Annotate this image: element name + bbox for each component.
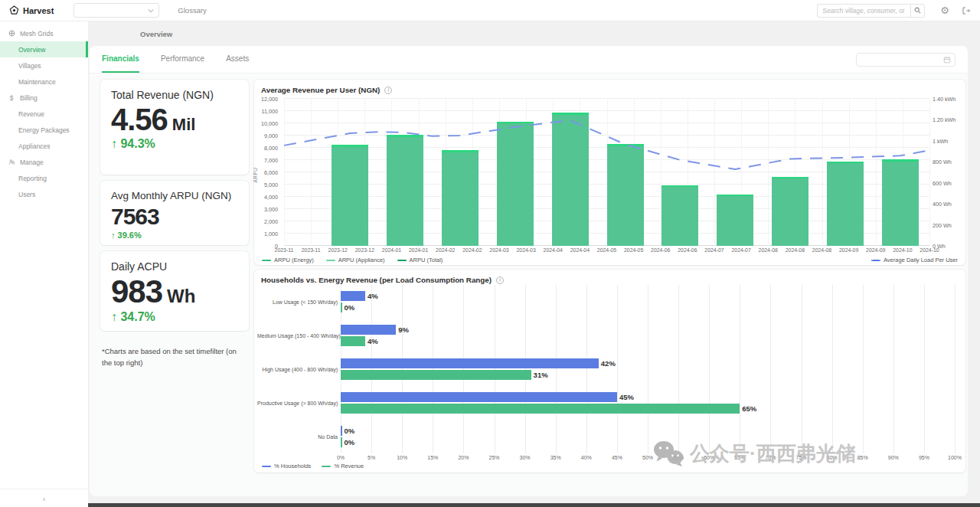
line-series-legend: Average Daily Load Per User — [871, 257, 958, 263]
kpi-value-row: 7563 — [111, 205, 238, 228]
legend-item--revenue[interactable]: % Revenue — [322, 463, 364, 469]
sidebar-item-revenue[interactable]: Revenue — [0, 106, 88, 122]
bar-line: 42% — [341, 358, 955, 368]
kpi-value: 4.56 — [111, 104, 168, 135]
x-axis-labels: 2023-112023-112023-122023-122024-012024-… — [284, 247, 929, 257]
x-tick-label: 2023-11 — [275, 247, 294, 253]
tab-financials[interactable]: Financials — [102, 46, 139, 73]
households-bar — [341, 291, 365, 301]
bar-value-label: 0% — [345, 303, 355, 312]
category-row-3: 42%31% — [341, 352, 955, 386]
grid-select-dropdown[interactable] — [74, 3, 159, 18]
y-right-tick-label: 200 Wh — [933, 221, 952, 228]
y-right-tick-label: 1 kWh — [933, 137, 948, 144]
y-left-tick-label: 5,000 — [264, 182, 278, 188]
gear-icon[interactable]: ⚙ — [940, 5, 949, 15]
x-tick-label: 85% — [858, 455, 868, 460]
x-tick-label: 2024-06 — [678, 247, 697, 253]
legend-item-arpu-total-[interactable]: ARPU (Total) — [397, 257, 443, 263]
category-label: Medium Usage (150 - 400 Wh/day) — [257, 333, 338, 339]
chevron-down-icon — [148, 8, 154, 13]
sidebar-item-users[interactable]: Users — [0, 186, 88, 202]
y-left-tick-label: 7,000 — [264, 157, 278, 164]
sidebar-item-reporting[interactable]: Reporting — [0, 170, 88, 186]
households-bar — [341, 325, 396, 335]
legend-marker — [322, 466, 331, 467]
category-label: No Data — [257, 434, 338, 440]
sidebar-section-label: Manage — [20, 159, 44, 166]
bar-value-label: 4% — [368, 337, 378, 345]
x-tick-label: 2024-07 — [731, 247, 750, 253]
info-icon[interactable]: i — [496, 276, 504, 284]
logout-icon[interactable] — [962, 6, 971, 15]
revenue-bar — [341, 404, 740, 414]
info-icon[interactable]: i — [384, 87, 392, 94]
sidebar-item-villages[interactable]: Villages — [0, 57, 88, 74]
category-label: Productive Usage (> 800 Wh/day) — [257, 401, 338, 406]
sidebar-section-billing[interactable]: $Billing — [0, 90, 88, 106]
category-label: Low Usage (< 150 Wh/day) — [257, 299, 338, 305]
tab-performance[interactable]: Performance — [161, 46, 204, 73]
sidebar-collapse-button[interactable]: ‹ — [0, 489, 88, 507]
y-left-tick-label: 2,000 — [264, 218, 278, 225]
households-bar — [341, 358, 599, 368]
sidebar-item-appliances[interactable]: Appliances — [0, 138, 88, 154]
kpi-label: Avg Monthly ARPU (NGN) — [111, 190, 238, 202]
x-tick-label: 2024-01 — [409, 247, 428, 253]
search-input[interactable] — [817, 4, 910, 18]
sidebar-section-mesh-grids[interactable]: Mesh Grids — [0, 25, 88, 41]
bar-value-label: 45% — [619, 393, 634, 401]
y-left-tick-label: 8,000 — [264, 145, 278, 152]
x-tick-label: 2024-09 — [866, 247, 885, 253]
dollar-icon: $ — [8, 94, 15, 102]
x-tick-label: 2024-05 — [597, 247, 616, 253]
revenue-bar — [341, 370, 531, 380]
x-tick-label: 60% — [704, 455, 714, 460]
y-left-tick-label: 6,000 — [264, 169, 278, 176]
bar-line: 45% — [341, 392, 955, 402]
x-tick-label: 55% — [673, 455, 684, 460]
gridline-v — [955, 285, 956, 453]
legend-item-arpu-energy-[interactable]: ARPU (Energy) — [262, 257, 314, 263]
brand-name: Harvest — [23, 6, 54, 15]
app-header: Harvest Glossary ⚙ — [0, 0, 980, 21]
legend-item--households[interactable]: % Households — [262, 463, 311, 469]
x-tick-label: 2024-02 — [462, 247, 482, 253]
tab-assets[interactable]: Assets — [226, 46, 249, 73]
sidebar-section-manage[interactable]: Manage — [0, 154, 88, 170]
date-filter-input[interactable] — [856, 53, 956, 67]
sidebar: Mesh GridsOverviewVillagesMaintenance$Bi… — [0, 21, 88, 507]
global-search — [817, 4, 925, 18]
legend-marker — [262, 466, 271, 467]
search-button[interactable] — [910, 4, 925, 18]
x-tick-label: 2023-12 — [355, 247, 374, 253]
legend-item-average-daily-load-per-user[interactable]: Average Daily Load Per User — [871, 257, 958, 263]
sidebar-item-overview[interactable]: Overview — [0, 41, 88, 57]
x-tick-label: 40% — [581, 455, 592, 460]
bar-series-legend: ARPU (Energy)ARPU (Appliance)ARPU (Total… — [262, 257, 443, 263]
x-tick-label: 5% — [368, 455, 375, 460]
x-tick-label: 20% — [458, 455, 469, 460]
glossary-link[interactable]: Glossary — [178, 6, 206, 15]
sidebar-nav: Mesh GridsOverviewVillagesMaintenance$Bi… — [0, 25, 88, 202]
x-tick-label: 2024-10 — [920, 247, 939, 253]
bar-value-label: 42% — [601, 359, 616, 368]
charts-column: Average Revenue per User (NGN) i ARPU 01… — [254, 77, 965, 496]
legend-item-arpu-appliance-[interactable]: ARPU (Appliance) — [326, 257, 385, 263]
sidebar-item-energy-packages[interactable]: Energy Packages — [0, 122, 88, 138]
kpi-value-row: 4.56Mil — [111, 104, 238, 135]
x-tick-label: 25% — [488, 455, 499, 460]
households-x-axis-labels: 0%5%10%15%20%25%30%35%40%45%50%55%60%65%… — [341, 455, 955, 463]
bar-value-label: 0% — [345, 438, 355, 446]
sidebar-item-maintenance[interactable]: Maintenance — [0, 74, 88, 90]
kpi-card-3: Daily ACPU983Wh↑ 34.7% — [100, 251, 249, 331]
harvest-logo-icon — [9, 5, 19, 15]
kpi-value: 7563 — [111, 205, 159, 228]
x-tick-label: 95% — [919, 455, 929, 460]
y-axis-right-labels: 0 Wh200 Wh400 Wh600 Wh800 Wh1 kWh1.20 kW… — [930, 99, 964, 246]
kpi-card-2: Avg Monthly ARPU (NGN)7563↑ 39.6% — [100, 181, 249, 245]
kpi-value: 983 — [111, 276, 162, 308]
households-plot-area: 4%0%9%4%42%31%45%65%0%0% — [341, 285, 955, 453]
category-row-2: 9%4% — [341, 319, 955, 352]
legend-label: Average Daily Load Per User — [884, 257, 958, 263]
